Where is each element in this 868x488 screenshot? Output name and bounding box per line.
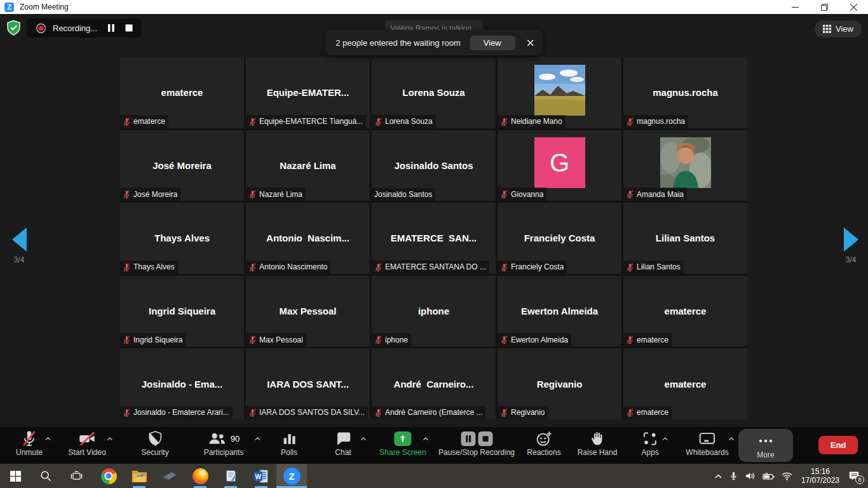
- view-button[interactable]: View: [815, 20, 862, 37]
- muted-mic-icon: [374, 262, 383, 272]
- taskbar-word[interactable]: W: [246, 464, 276, 488]
- toolbar-label: Apps: [641, 448, 658, 457]
- participant-tile[interactable]: Nazaré LimaNazaré Lima: [246, 130, 370, 201]
- gallery-next[interactable]: 3/4: [841, 227, 860, 264]
- apps-button[interactable]: Apps: [641, 430, 658, 457]
- participant-tile[interactable]: Ewerton AlmeidaEwerton Almeida: [498, 276, 621, 347]
- tray-mic-icon[interactable]: [729, 471, 738, 481]
- pause-stop-recording-button[interactable]: Pause/Stop Recording: [438, 430, 515, 457]
- taskbar-scanner[interactable]: [154, 464, 185, 488]
- toolbar-label: Reactions: [527, 448, 560, 457]
- stop-recording-icon[interactable]: [125, 24, 133, 32]
- participant-tile[interactable]: Neidiane Mano: [498, 57, 621, 128]
- participant-tile[interactable]: GGiovanna: [498, 130, 621, 201]
- end-button[interactable]: End: [818, 436, 858, 454]
- tray-chevron-icon[interactable]: [714, 473, 722, 479]
- restore-button[interactable]: [810, 0, 839, 14]
- participant-tile[interactable]: José MoreiraJosé Moreira: [120, 130, 244, 201]
- participant-tile[interactable]: iphoneiphone: [372, 276, 496, 347]
- participant-tile[interactable]: EMATERCE SAN...EMATERCE SANTANA DO ...: [372, 203, 496, 274]
- taskbar-task-view[interactable]: [61, 464, 92, 488]
- participant-tile[interactable]: Franciely CostaFranciely Costa: [498, 203, 621, 274]
- tray-clock[interactable]: 15:16 17/07/2023: [801, 467, 839, 485]
- taskbar-chrome[interactable]: [93, 464, 124, 488]
- zoom-logo-icon: Z: [4, 3, 14, 12]
- participant-avatar: [534, 65, 585, 116]
- participant-tile[interactable]: ematerceematerce: [623, 348, 747, 419]
- unmute-button[interactable]: Unmute: [16, 430, 43, 457]
- gallery-prev[interactable]: 3/4: [10, 227, 29, 264]
- participant-tile[interactable]: Equipe-EMATER...Equipe-EMATERCE Tianguá.…: [246, 57, 370, 128]
- raise-hand-button[interactable]: Raise Hand: [578, 430, 618, 457]
- security-button[interactable]: Security: [141, 430, 168, 457]
- participant-label: André Carneiro (Ematerce ...: [372, 406, 485, 419]
- taskbar-zoom[interactable]: Z: [276, 464, 307, 488]
- polls-button[interactable]: Polls: [281, 430, 297, 457]
- page-indicator: 3/4: [846, 255, 857, 264]
- participant-name: IARA DOS SANT...: [267, 379, 349, 390]
- start-video-button[interactable]: Start Video: [68, 430, 105, 457]
- participant-tile[interactable]: ematerceematerce: [120, 57, 244, 128]
- participant-label: ematerce: [623, 406, 672, 419]
- participant-tile[interactable]: Josinaldo - Ema...Josinaldo - Ematerce A…: [120, 348, 244, 419]
- participant-tile[interactable]: André Carneiro...André Carneiro (Ematerc…: [372, 348, 496, 419]
- muted-mic-icon: [123, 408, 131, 417]
- participant-label: Antonio Nascimento: [246, 261, 330, 274]
- chevron-up-icon[interactable]: [254, 437, 261, 441]
- taskbar-start[interactable]: [0, 464, 31, 488]
- taskbar-search[interactable]: [31, 464, 61, 488]
- more-button[interactable]: More: [738, 429, 793, 462]
- participant-label: EMATERCE SANTANA DO ...: [372, 261, 489, 274]
- action-center[interactable]: 8: [848, 471, 860, 481]
- tray-volume-icon[interactable]: [745, 471, 756, 480]
- participant-tile[interactable]: Lorena SouzaLorena Souza: [372, 57, 496, 128]
- participant-name: Antonio Nascim...: [266, 233, 349, 243]
- toast-close-icon[interactable]: [527, 39, 534, 46]
- minimize-button[interactable]: [780, 0, 810, 14]
- participant-name: Thays Alves: [154, 233, 210, 243]
- participant-tile[interactable]: Antonio Nascim...Antonio Nascimento: [246, 203, 370, 274]
- tray-battery-icon[interactable]: [763, 472, 775, 480]
- start-icon: [10, 471, 21, 482]
- participant-name: ematerce: [161, 87, 203, 98]
- taskbar-firefox[interactable]: [185, 464, 215, 488]
- next-arrow-icon[interactable]: [844, 227, 858, 252]
- participant-tile[interactable]: ematerceematerce: [623, 276, 747, 347]
- chevron-up-icon[interactable]: [360, 437, 367, 441]
- muted-mic-icon: [374, 335, 383, 344]
- muted-mic-icon: [248, 262, 257, 272]
- chat-button[interactable]: Chat: [335, 430, 352, 457]
- toolbar-label: Start Video: [68, 448, 105, 457]
- system-tray: 15:16 17/07/2023 8: [714, 464, 868, 488]
- chevron-up-icon[interactable]: [422, 437, 429, 441]
- participant-avatar: [660, 137, 711, 188]
- participant-tile[interactable]: IARA DOS SANT...IARA DOS SANTOS DA SILV.…: [246, 348, 370, 419]
- participant-tile[interactable]: Max PessoalMax Pessoal: [246, 276, 370, 347]
- participant-tile[interactable]: Josinaldo SantosJosinaldo Santos: [372, 130, 496, 201]
- close-button[interactable]: [839, 0, 868, 14]
- prev-arrow-icon[interactable]: [12, 227, 27, 252]
- reactions-button[interactable]: Reactions: [527, 430, 560, 457]
- chevron-up-icon[interactable]: [44, 437, 51, 441]
- participant-tile[interactable]: magnus.rochamagnus.rocha: [623, 57, 747, 128]
- taskbar-notepad[interactable]: [215, 464, 246, 488]
- participant-tile[interactable]: Ingrid SiqueiraIngrid Siqueira: [120, 276, 244, 347]
- security-shield-icon[interactable]: [6, 20, 21, 36]
- chevron-up-icon[interactable]: [661, 437, 668, 441]
- participant-tile[interactable]: RegivanioRegivanio: [498, 348, 621, 419]
- chevron-up-icon[interactable]: [728, 437, 735, 441]
- tray-wifi-icon[interactable]: [782, 472, 792, 480]
- waiting-room-view-button[interactable]: View: [470, 36, 515, 50]
- participant-tile[interactable]: Amanda Maia: [623, 130, 747, 201]
- zoom-app-icon: Z: [283, 468, 301, 485]
- taskbar-file-explorer[interactable]: [124, 464, 154, 488]
- chevron-up-icon[interactable]: [106, 437, 113, 441]
- whiteboards-button[interactable]: Whiteboards: [686, 430, 728, 457]
- toolbar-label: More: [757, 451, 774, 459]
- participant-tile[interactable]: Lilian SantosLilian Santos: [623, 203, 747, 274]
- participant-tile[interactable]: Thays AlvesThays Alves: [120, 203, 244, 274]
- pause-recording-icon[interactable]: [107, 24, 115, 32]
- share-screen-button[interactable]: Share Screen: [379, 430, 426, 457]
- participants-button[interactable]: 90Participants: [204, 430, 244, 457]
- recording-indicator: Recording...: [27, 18, 142, 37]
